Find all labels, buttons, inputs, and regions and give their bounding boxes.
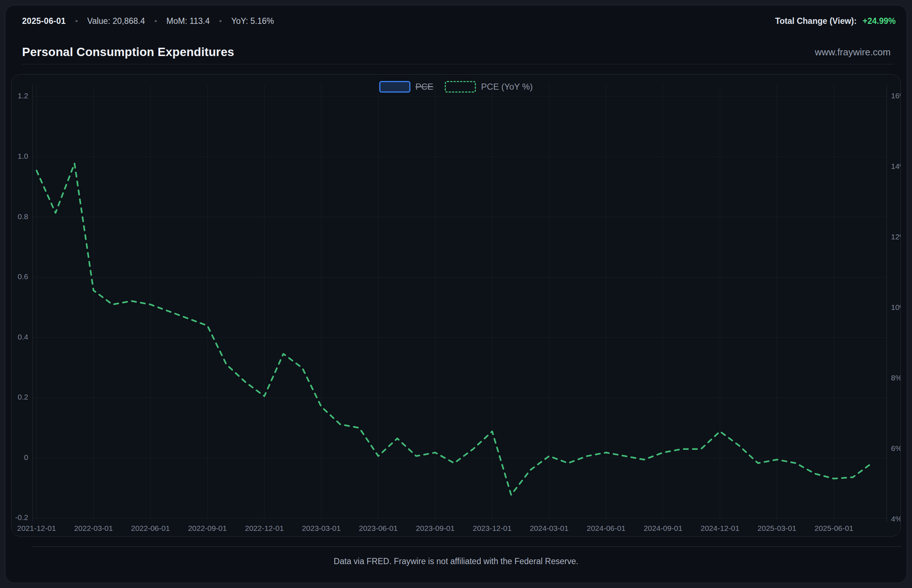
footer-divider [32, 546, 902, 547]
left-axis-tick-label: 0.8 [18, 212, 28, 221]
right-axis-tick-label: 6% [891, 444, 901, 452]
x-axis-tick-label: 2024-03-01 [530, 524, 569, 532]
total-change: Total Change (View): +24.99% [775, 16, 896, 26]
title-divider [22, 64, 894, 65]
page: 2025-06-01 • Value: 20,868.4 • MoM: 113.… [0, 0, 912, 588]
footer-disclaimer: Data via FRED. Fraywire is not affiliate… [5, 557, 907, 566]
x-axis-tick-label: 2021-12-01 [17, 524, 56, 532]
site-url: www.fraywire.com [815, 47, 891, 58]
x-axis-tick-label: 2022-03-01 [74, 524, 113, 532]
hover-readout: 2025-06-01 • Value: 20,868.4 • MoM: 113.… [22, 16, 274, 26]
right-axis-tick-label: 8% [891, 373, 901, 382]
pce-yoy-legend-label: PCE (YoY %) [481, 82, 533, 92]
left-axis-tick-label: 1.0 [18, 152, 28, 160]
right-axis-tick-label: 12% [891, 233, 901, 241]
readout-date: 2025-06-01 [22, 16, 66, 26]
pce-yoy-legend-swatch [445, 81, 476, 92]
title-row: Personal Consumption Expenditures www.fr… [22, 43, 891, 61]
right-axis-tick-label: 14% [891, 162, 901, 170]
page-title: Personal Consumption Expenditures [22, 45, 234, 59]
total-change-label: Total Change (View): [775, 16, 857, 26]
legend-item-pce[interactable]: PCE [379, 81, 433, 92]
x-axis-tick-label: 2025-03-01 [758, 524, 796, 532]
bullet-separator: • [219, 17, 222, 25]
left-axis-tick-label: 0.6 [18, 272, 28, 281]
left-axis-tick-label: 0.4 [18, 333, 28, 341]
x-axis-tick-label: 2022-06-01 [131, 524, 170, 532]
legend-item-pce-yoy[interactable]: PCE (YoY %) [445, 81, 533, 92]
readout-yoy: YoY: 5.16% [231, 16, 274, 26]
x-axis-tick-label: 2024-06-01 [586, 524, 625, 532]
x-axis-tick-label: 2023-09-01 [416, 524, 455, 532]
app-card: 2025-06-01 • Value: 20,868.4 • MoM: 113.… [5, 5, 907, 583]
pce-legend-swatch [379, 81, 410, 92]
x-axis-tick-label: 2023-03-01 [302, 524, 340, 532]
pce-yoy-line [37, 163, 872, 495]
right-axis-tick-label: 4% [891, 515, 901, 523]
x-axis-tick-label: 2024-09-01 [643, 524, 682, 532]
chart-legend: PCE PCE (YoY %) [11, 79, 901, 94]
x-axis-tick-label: 2024-12-01 [701, 524, 739, 532]
x-axis-tick-label: 2022-12-01 [245, 524, 284, 532]
x-axis-tick-label: 2023-12-01 [473, 524, 511, 532]
left-axis-tick-label: -0.2 [15, 514, 28, 522]
left-axis-tick-label: 0.2 [18, 393, 28, 401]
bullet-separator: • [154, 17, 157, 25]
x-axis-tick-label: 2025-06-01 [814, 524, 853, 532]
line-chart[interactable]: 1.21.00.80.60.40.20-0.216%14%12%10%8%6%4… [11, 74, 901, 536]
right-axis-tick-label: 10% [891, 303, 901, 311]
bullet-separator: • [75, 17, 78, 25]
x-axis-tick-label: 2022-09-01 [188, 524, 227, 532]
readout-value: Value: 20,868.4 [87, 16, 145, 26]
left-axis-tick-label: 0 [24, 453, 28, 462]
chart-panel: PCE PCE (YoY %) 1.21.00.80.60.40.20-0.21… [11, 74, 901, 537]
readout-mom: MoM: 113.4 [167, 16, 210, 26]
total-change-value: +24.99% [863, 16, 896, 26]
x-axis-tick-label: 2023-06-01 [359, 524, 398, 532]
readout-bar: 2025-06-01 • Value: 20,868.4 • MoM: 113.… [22, 15, 896, 27]
pce-legend-label: PCE [415, 82, 433, 92]
